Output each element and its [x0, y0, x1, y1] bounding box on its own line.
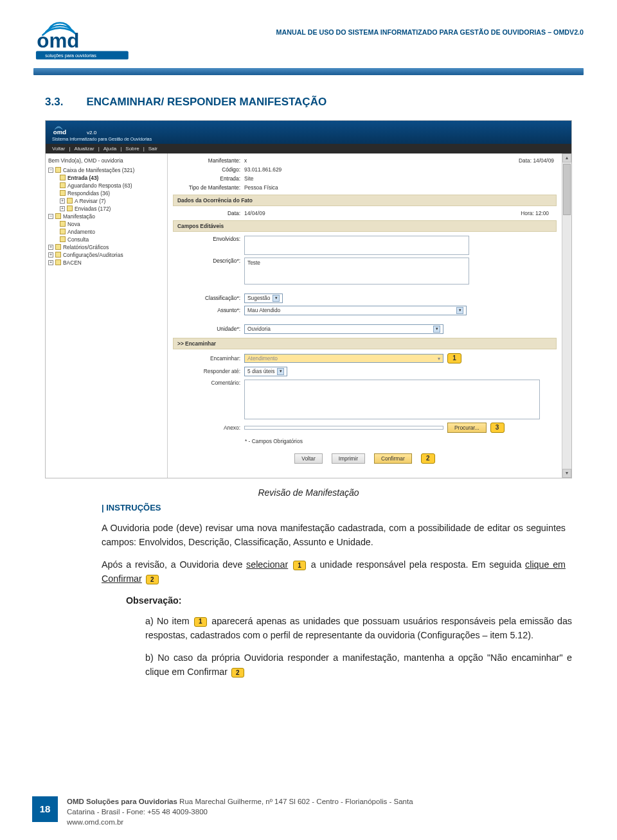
nav-tree: Bem Vindo(a), OMD - ouvidoria − Caixa de… — [46, 153, 168, 478]
comentario-input[interactable] — [244, 380, 540, 419]
label-entrada: Entrada: — [173, 175, 240, 182]
procurar-button[interactable]: Procurar... — [447, 423, 487, 433]
value-data: 14/04/09 — [244, 210, 265, 216]
label-descricao: Descrição*: — [173, 258, 240, 264]
section-number: 3.3. — [45, 96, 84, 109]
imprimir-button[interactable]: Imprimir — [332, 453, 365, 464]
menu-voltar[interactable]: Voltar — [52, 146, 65, 152]
paragraph-2: Após a revisão, a Ouvidoria deve selecio… — [102, 558, 566, 586]
instructions-heading: | INSTRUÇÕES — [102, 503, 572, 512]
section-dados-ocorrencia: Dados da Ocorrência do Fato — [173, 195, 557, 206]
label-comentario: Comentário: — [173, 380, 240, 386]
value-tipo-manifestante: Pessoa Física — [244, 184, 278, 191]
plus-icon[interactable]: + — [48, 252, 53, 258]
descricao-input[interactable]: Teste — [244, 258, 469, 284]
folder-icon — [60, 182, 66, 188]
inline-badge-2a: 2 — [146, 575, 159, 584]
omd-logo-icon: omd soluções para ouvidorias — [33, 14, 143, 60]
tree-manifestacao[interactable]: − Manifestação — [48, 213, 165, 220]
voltar-button[interactable]: Voltar — [294, 453, 322, 464]
tree-enviadas[interactable]: +Enviadas (172) — [60, 205, 165, 213]
app-subtitle: Sistema Informatizado para Gestão de Ouv… — [52, 137, 565, 141]
app-logo-icon: omd — [52, 124, 83, 136]
plus-icon[interactable]: + — [60, 206, 65, 211]
badge-3: 3 — [490, 423, 505, 433]
label-codigo: Código: — [173, 166, 240, 173]
page-header: omd soluções para ouvidorias MANUAL DE U… — [0, 0, 617, 68]
section-campos-editaveis: Campos Editáveis — [173, 220, 557, 232]
folder-icon — [60, 221, 66, 227]
section-title: ENCAMINHAR/ RESPONDER MANIFESTAÇÃO — [86, 96, 326, 109]
label-encaminhar: Encaminhar: — [173, 355, 240, 362]
inline-badge-1b: 1 — [194, 617, 207, 627]
folder-icon — [60, 190, 66, 196]
confirmar-button[interactable]: Confirmar — [374, 453, 412, 464]
list-item-b: b) No caso da própria Ouvidoria responde… — [145, 651, 572, 679]
tree-aguardando[interactable]: Aguardando Resposta (63) — [60, 182, 165, 189]
chevron-down-icon: ▾ — [277, 368, 284, 375]
envolvidos-input[interactable] — [244, 236, 469, 255]
brand-logo: omd soluções para ouvidorias — [33, 14, 162, 63]
plus-icon[interactable]: + — [60, 198, 65, 204]
tree-andamento[interactable]: Andamento — [60, 228, 165, 236]
paragraph-1: A Ouvidoria pode (deve) revisar uma nova… — [102, 521, 566, 549]
label-anexo: Anexo: — [173, 424, 240, 431]
folder-icon — [55, 252, 61, 258]
label-classificacao: Classificação*: — [173, 295, 240, 301]
folder-icon — [60, 175, 66, 180]
list-item-a: a) No item 1 aparecerá apenas as unidade… — [145, 615, 572, 642]
label-responder-ate: Responder até: — [173, 368, 240, 374]
assunto-select[interactable]: Mau Atendido▾ — [244, 306, 467, 315]
anexo-input[interactable] — [244, 426, 443, 430]
badge-2: 2 — [421, 453, 435, 464]
plus-icon[interactable]: + — [48, 260, 53, 265]
svg-text:omd: omd — [37, 30, 79, 52]
tree-consulta[interactable]: Consulta — [60, 236, 165, 243]
plus-icon[interactable]: + — [48, 245, 53, 250]
menu-sobre[interactable]: Sobre — [125, 146, 139, 152]
label-manifestante: Manifestante: — [173, 157, 240, 164]
version-label: v2.0 — [87, 130, 96, 136]
tree-bacen[interactable]: +BACEN — [48, 259, 165, 267]
tree-relatorios[interactable]: +Relatórios/Gráficos — [48, 243, 165, 251]
page-number: 18 — [32, 796, 58, 822]
menu-sair[interactable]: Sair — [148, 146, 157, 152]
chevron-down-icon: ▾ — [438, 355, 440, 362]
tree-caixa[interactable]: − Caixa de Manifestações (321) — [48, 166, 165, 174]
manual-title: MANUAL DE USO DO SISTEMA INFORMATIZADO P… — [276, 28, 584, 36]
label-tipo-manifestante: Tipo de Manifestante: — [173, 184, 240, 191]
tree-entrada[interactable]: Entrada (43) — [60, 174, 165, 182]
figure-caption: Revisão de Manifestação — [45, 487, 572, 498]
label-envolvidos: Envolvidos: — [173, 236, 240, 242]
app-screenshot: omd v2.0 Sistema Informatizado para Gest… — [45, 120, 572, 478]
app-menu-bar: Voltar | Atualizar | Ajuda | Sobre | Sai… — [46, 144, 571, 153]
encaminhar-select[interactable]: Atendimento ▾ — [244, 354, 443, 363]
chevron-down-icon: ▾ — [273, 295, 280, 302]
scroll-up-icon[interactable]: ▴ — [562, 153, 571, 162]
menu-atualizar[interactable]: Atualizar — [75, 146, 94, 152]
menu-ajuda[interactable]: Ajuda — [103, 146, 116, 152]
label-unidade: Unidade*: — [173, 326, 240, 332]
classificacao-select[interactable]: Sugestão▾ — [244, 293, 283, 303]
tree-config[interactable]: +Configurações/Auditorias — [48, 251, 165, 259]
folder-icon — [55, 213, 61, 219]
tree-nova[interactable]: Nova — [60, 220, 165, 228]
scroll-down-icon[interactable]: ▾ — [562, 469, 571, 478]
minus-icon[interactable]: − — [48, 168, 53, 173]
chevron-down-icon: ▾ — [433, 326, 440, 333]
tree-arevisar[interactable]: +A Revisar (7) — [60, 197, 165, 205]
value-entrada: Site — [244, 175, 253, 182]
section-heading: 3.3. ENCAMINHAR/ RESPONDER MANIFESTAÇÃO — [45, 96, 572, 109]
minus-icon[interactable]: − — [48, 214, 53, 219]
scroll-thumb[interactable] — [563, 164, 571, 215]
vertical-scrollbar[interactable]: ▴ ▾ — [562, 153, 571, 478]
tree-respondidas[interactable]: Respondidas (36) — [60, 189, 165, 197]
chevron-down-icon: ▾ — [456, 307, 463, 314]
inline-badge-2b: 2 — [231, 668, 244, 678]
folder-icon — [55, 244, 61, 250]
svg-text:omd: omd — [53, 128, 66, 136]
responder-ate-select[interactable]: 5 dias úteis▾ — [244, 367, 287, 376]
header-divider — [33, 68, 584, 75]
unidade-select[interactable]: Ouvidoria▾ — [244, 324, 443, 334]
folder-icon — [60, 236, 66, 242]
